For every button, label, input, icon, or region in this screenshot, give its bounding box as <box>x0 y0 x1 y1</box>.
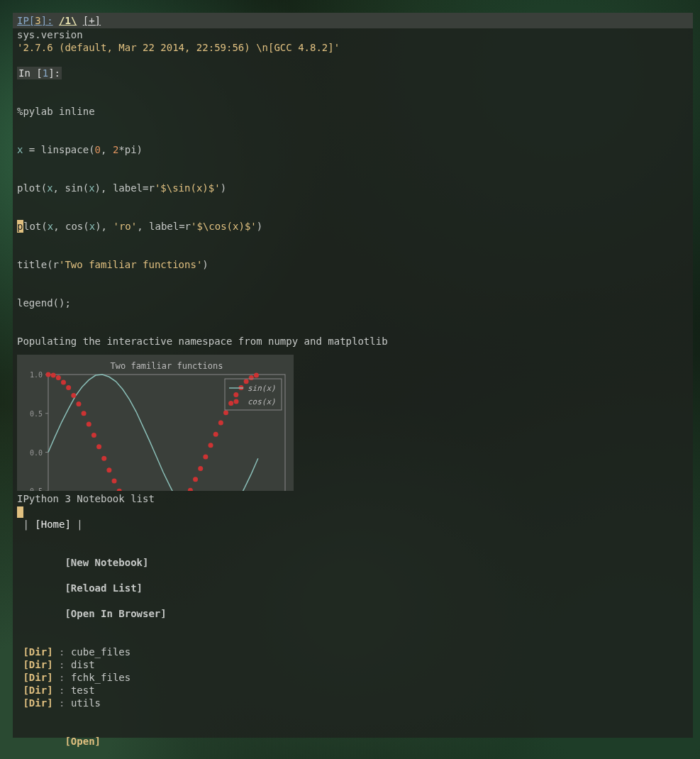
new-notebook-button[interactable]: [New Notebook] <box>65 557 148 568</box>
svg-point-62 <box>218 420 223 425</box>
svg-point-59 <box>203 455 208 460</box>
tab-add-button[interactable]: [+] <box>83 15 101 26</box>
header-prefix: IP[3]: <box>17 15 53 26</box>
notebook-file-row: [Open] [Stop] [Delete] : test.ipynb <box>17 709 689 759</box>
svg-point-65 <box>233 392 238 397</box>
open-in-browser-button[interactable]: [Open In Browser] <box>65 608 166 619</box>
dir-link[interactable]: [Dir] <box>23 672 52 683</box>
svg-point-63 <box>223 410 228 415</box>
svg-text:Two familiar functions: Two familiar functions <box>111 361 223 371</box>
tab-header-line: IP[3]: /1\ [+] <box>13 13 693 28</box>
home-link[interactable]: [Home] <box>35 519 71 530</box>
svg-point-42 <box>117 489 122 491</box>
svg-point-41 <box>112 479 117 484</box>
cell-0-output[interactable]: sys.version '2.7.6 (default, Mar 22 2014… <box>13 28 693 54</box>
svg-point-28 <box>46 372 51 377</box>
notebook-pane: IP[3]: /1\ [+] sys.version '2.7.6 (defau… <box>13 13 693 491</box>
svg-point-61 <box>213 432 218 437</box>
open-notebook-button[interactable]: [Open] <box>65 736 101 747</box>
dir-row: [Dir] : cube_files <box>17 646 689 658</box>
notebook-list[interactable]: IPython 3 Notebook list | [Home] | [New … <box>13 491 693 759</box>
cursor: p <box>17 220 23 233</box>
svg-point-34 <box>76 401 81 406</box>
svg-point-69 <box>254 373 259 378</box>
svg-point-56 <box>188 488 193 491</box>
svg-point-31 <box>61 380 66 384</box>
notebook-list-title: IPython 3 Notebook list <box>17 492 689 505</box>
svg-point-32 <box>66 385 71 390</box>
svg-point-39 <box>101 456 106 461</box>
chart-plot: Two familiar functions-1.0-0.50.00.51.00… <box>17 355 294 491</box>
cell-1-code[interactable]: %pylab inline x = linspace(0, 2*pi) plot… <box>17 79 689 335</box>
dir-link[interactable]: [Dir] <box>23 697 52 709</box>
dir-row: [Dir] : fchk_files <box>17 671 689 684</box>
svg-point-35 <box>82 411 87 416</box>
svg-point-37 <box>91 433 96 438</box>
dir-row: [Dir] : utils <box>17 697 689 709</box>
reload-list-button[interactable]: [Reload List] <box>65 582 143 594</box>
svg-text:0.0: 0.0 <box>30 449 43 457</box>
svg-point-58 <box>198 466 203 471</box>
notebook-list-pane: IPython 3 Notebook list | [Home] | [New … <box>13 491 693 759</box>
cell-1-prompt: In [1]: <box>17 67 62 79</box>
svg-point-30 <box>56 375 61 380</box>
svg-point-60 <box>209 443 213 448</box>
dir-link[interactable]: [Dir] <box>23 685 52 696</box>
cell-1[interactable]: In [1]: %pylab inline x = linspace(0, 2*… <box>13 67 693 491</box>
dir-link[interactable]: [Dir] <box>23 646 52 658</box>
svg-point-40 <box>106 467 111 472</box>
svg-text:sin(x): sin(x) <box>248 384 276 393</box>
dir-link[interactable]: [Dir] <box>23 659 52 670</box>
svg-point-68 <box>249 375 254 380</box>
cell-1-stdout: Populating the interactive namespace fro… <box>17 335 689 348</box>
svg-point-29 <box>51 373 56 378</box>
chart-svg: Two familiar functions-1.0-0.50.00.51.00… <box>21 359 289 491</box>
tab-1[interactable]: /1\ <box>59 15 77 26</box>
svg-point-73 <box>234 399 239 404</box>
svg-text:0.5: 0.5 <box>30 410 43 418</box>
cursor-nblist <box>17 506 23 518</box>
svg-text:-0.5: -0.5 <box>26 487 43 491</box>
svg-text:cos(x): cos(x) <box>248 397 276 406</box>
svg-point-38 <box>96 444 101 449</box>
dir-row: [Dir] : dist <box>17 658 689 671</box>
emacs-window: IP[3]: /1\ [+] sys.version '2.7.6 (defau… <box>13 13 693 738</box>
svg-point-33 <box>71 393 76 398</box>
svg-point-64 <box>228 401 233 406</box>
svg-point-36 <box>87 422 91 427</box>
svg-point-57 <box>193 477 198 482</box>
svg-text:1.0: 1.0 <box>30 371 43 379</box>
dir-row: [Dir] : test <box>17 684 689 697</box>
